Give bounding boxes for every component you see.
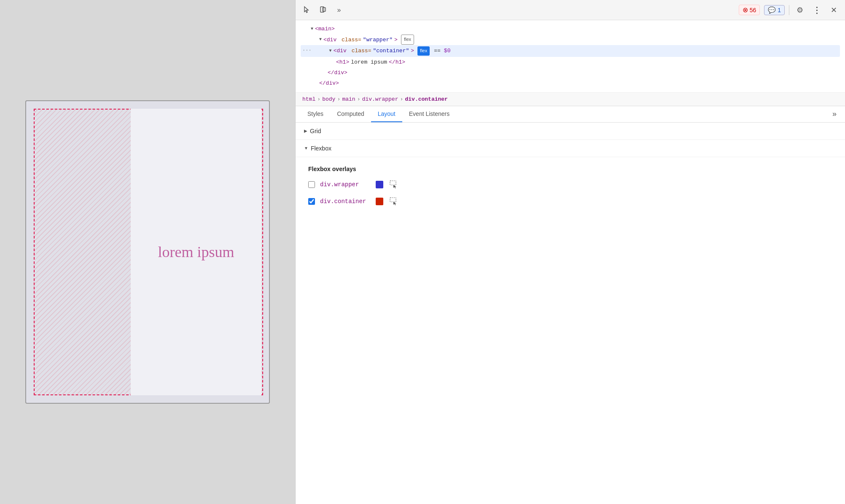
wrapper-highlight-button[interactable] xyxy=(388,179,399,190)
wrapper-checkbox[interactable] xyxy=(308,181,315,188)
wrapper-highlight-icon xyxy=(389,180,398,189)
breadcrumb-body[interactable]: body xyxy=(320,95,337,103)
info-count: 1 xyxy=(778,7,781,13)
close-icon: ✕ xyxy=(831,5,837,15)
breadcrumb-main[interactable]: main xyxy=(340,95,357,103)
tab-styles[interactable]: Styles xyxy=(301,106,330,122)
h1-tag: <h1> xyxy=(336,57,349,67)
container-color-swatch[interactable] xyxy=(376,198,383,205)
breadcrumb-div-wrapper[interactable]: div.wrapper xyxy=(361,95,400,103)
triangle-icon: ▼ xyxy=(311,25,313,33)
dom-line-wrapper[interactable]: ▼ <div class= "wrapper" > flex xyxy=(301,34,840,45)
ellipsis: ··· xyxy=(302,46,312,56)
dom-tree: ▼ <main> ▼ <div class= "wrapper" > flex … xyxy=(296,20,845,93)
dom-line-close-div2[interactable]: </div> xyxy=(301,78,840,88)
more-tools-button[interactable]: » xyxy=(333,4,345,16)
wrapper-color-swatch[interactable] xyxy=(376,181,383,188)
overlays-title: Flexbox overlays xyxy=(308,166,832,172)
flexbox-triangle-icon: ▼ xyxy=(304,146,308,150)
toolbar-separator xyxy=(789,5,789,15)
wrapper-label: div.wrapper xyxy=(320,181,371,188)
settings-icon: ⚙ xyxy=(797,5,803,15)
svg-rect-3 xyxy=(390,198,396,202)
dom-line-container[interactable]: ··· ▼ <div class= "container" > flex == … xyxy=(301,45,840,56)
error-count: 56 xyxy=(750,7,756,13)
flexbox-section-header[interactable]: ▼ Flexbox xyxy=(296,140,845,157)
flexbox-content: Flexbox overlays div.wrapper xyxy=(296,157,845,221)
tab-layout[interactable]: Layout xyxy=(371,106,402,122)
more-tools-icon: » xyxy=(337,6,341,14)
flexbox-label: Flexbox xyxy=(311,145,331,152)
inspect-icon xyxy=(303,6,311,14)
toolbar-left: » xyxy=(301,4,345,16)
container-tag: <div xyxy=(334,46,350,56)
tab-event-listeners[interactable]: Event Listeners xyxy=(402,106,457,122)
more-menu-button[interactable]: ⋮ xyxy=(810,4,823,16)
dom-line-main[interactable]: ▼ <main> xyxy=(301,24,840,34)
overlay-row-wrapper: div.wrapper xyxy=(308,179,832,190)
grid-section-header[interactable]: ▶ Grid xyxy=(296,123,845,140)
tabs-bar: Styles Computed Layout Event Listeners » xyxy=(296,106,845,123)
inspect-element-button[interactable] xyxy=(301,4,313,16)
flex-child-area: lorem ipsum xyxy=(131,109,261,395)
more-menu-icon: ⋮ xyxy=(813,5,821,15)
dom-line-h1[interactable]: <h1> lorem ipsum </h1> xyxy=(301,57,840,67)
breadcrumb-div-container[interactable]: div.container xyxy=(403,95,449,103)
close-button[interactable]: ✕ xyxy=(827,4,840,16)
wrapper-tag: <div xyxy=(323,35,340,45)
container-flex-badge[interactable]: flex xyxy=(417,46,430,56)
grid-label: Grid xyxy=(310,128,321,134)
tab-computed[interactable]: Computed xyxy=(330,106,371,122)
devtools-content: ▶ Grid ▼ Flexbox Flexbox overlays div.wr… xyxy=(296,123,845,504)
tabs-more-button[interactable]: » xyxy=(829,106,840,122)
close-div-tag: </div> xyxy=(328,68,347,78)
error-badge[interactable]: ⊗ 56 xyxy=(739,5,760,15)
breadcrumb-bar: html › body › main › div.wrapper › div.c… xyxy=(296,93,845,106)
dom-line-close-div1[interactable]: </div> xyxy=(301,67,840,78)
wrapper-flex-badge[interactable]: flex xyxy=(401,35,414,45)
svg-rect-2 xyxy=(390,181,396,185)
close-main-tag: </div> xyxy=(319,78,339,88)
toolbar-right: ⊗ 56 💬 1 ⚙ ⋮ ✕ xyxy=(739,4,840,16)
overlay-row-container: div.container xyxy=(308,196,832,207)
main-tag: <main> xyxy=(315,24,335,34)
info-badge[interactable]: 💬 1 xyxy=(764,5,785,15)
error-icon: ⊗ xyxy=(743,6,748,14)
container-label: div.container xyxy=(320,198,371,205)
info-icon: 💬 xyxy=(768,6,776,14)
settings-button[interactable]: ⚙ xyxy=(794,4,806,16)
flexbox-section: ▼ Flexbox Flexbox overlays div.wrapper xyxy=(296,140,845,221)
lorem-ipsum-text: lorem ipsum xyxy=(158,243,234,261)
browser-viewport: lorem ipsum xyxy=(25,100,270,404)
device-toggle-button[interactable] xyxy=(317,4,329,16)
grid-triangle-icon: ▶ xyxy=(304,129,307,133)
devtools-panel: » ⊗ 56 💬 1 ⚙ ⋮ ✕ xyxy=(295,0,845,504)
preview-panel: lorem ipsum xyxy=(0,0,295,504)
triangle-icon-wrapper: ▼ xyxy=(319,36,322,43)
breadcrumb-html[interactable]: html xyxy=(301,95,317,103)
triangle-icon-container: ▼ xyxy=(329,47,332,55)
devtools-toolbar: » ⊗ 56 💬 1 ⚙ ⋮ ✕ xyxy=(296,0,845,20)
container-highlight-icon xyxy=(389,197,398,206)
device-icon xyxy=(319,6,327,14)
container-checkbox[interactable] xyxy=(308,198,315,205)
container-highlight-button[interactable] xyxy=(388,196,399,207)
